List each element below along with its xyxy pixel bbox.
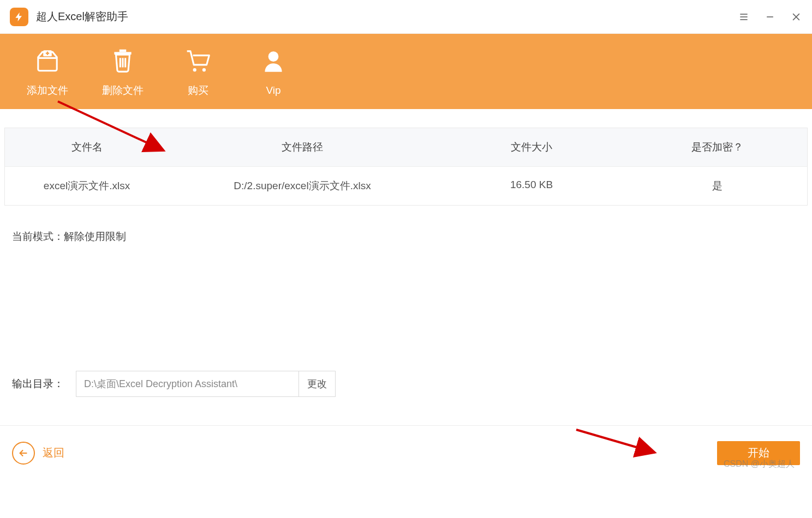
th-path: 文件路径 [169, 128, 436, 166]
th-size: 文件大小 [436, 128, 627, 166]
footer: 返回 开始 [0, 425, 812, 480]
mode-label: 当前模式： [12, 231, 64, 242]
user-icon [258, 46, 289, 77]
trash-icon [108, 45, 138, 76]
toolbar: 添加文件 删除文件 购买 Vip [0, 34, 812, 109]
bolt-icon [14, 11, 25, 22]
td-path: D:/2.super/excel演示文件.xlsx [169, 167, 436, 205]
back-circle [12, 442, 35, 465]
window-controls [738, 11, 802, 23]
td-encrypted: 是 [627, 167, 807, 205]
minimize-button[interactable] [764, 11, 776, 23]
th-name: 文件名 [5, 128, 169, 166]
file-table: 文件名 文件路径 文件大小 是否加密？ excel演示文件.xlsx D:/2.… [4, 128, 808, 206]
add-file-label: 添加文件 [27, 83, 68, 98]
cart-icon [183, 45, 213, 76]
menu-button[interactable] [738, 11, 750, 23]
watermark: CSDN @小奥超人 [724, 459, 795, 470]
buy-label: 购买 [188, 83, 208, 98]
svg-rect-11 [120, 50, 127, 52]
table-header: 文件名 文件路径 文件大小 是否加密？ [5, 128, 807, 167]
td-size: 16.50 KB [436, 167, 627, 205]
table-row[interactable]: excel演示文件.xlsx D:/2.super/excel演示文件.xlsx… [5, 167, 807, 205]
mode-line: 当前模式：解除使用限制 [12, 230, 808, 244]
buy-button[interactable]: 购买 [174, 45, 223, 98]
td-name: excel演示文件.xlsx [5, 167, 169, 205]
content-area: 文件名 文件路径 文件大小 是否加密？ excel演示文件.xlsx D:/2.… [0, 109, 812, 244]
add-file-button[interactable]: 添加文件 [23, 45, 72, 98]
svg-point-16 [202, 68, 206, 71]
svg-point-15 [193, 68, 196, 71]
arrow-left-icon [17, 447, 29, 459]
mode-value: 解除使用限制 [64, 231, 126, 242]
add-file-icon [32, 45, 63, 76]
app-logo [10, 8, 28, 26]
output-row: 输出目录： 更改 [12, 371, 336, 397]
delete-file-button[interactable]: 删除文件 [98, 45, 147, 98]
hamburger-icon [738, 11, 749, 22]
svg-rect-10 [114, 52, 131, 55]
back-label: 返回 [43, 445, 64, 460]
output-label: 输出目录： [12, 377, 64, 391]
close-icon [791, 11, 802, 22]
output-field: 更改 [76, 371, 336, 397]
change-dir-button[interactable]: 更改 [298, 371, 336, 397]
minimize-icon [765, 11, 775, 22]
close-button[interactable] [790, 11, 802, 23]
app-title: 超人Excel解密助手 [36, 9, 128, 24]
vip-label: Vip [266, 85, 280, 97]
vip-button[interactable]: Vip [249, 46, 298, 97]
back-button[interactable]: 返回 [12, 442, 64, 465]
th-encrypted: 是否加密？ [627, 128, 807, 166]
delete-file-label: 删除文件 [102, 83, 144, 98]
titlebar: 超人Excel解密助手 [0, 0, 812, 34]
svg-point-17 [268, 51, 279, 62]
output-path-input[interactable] [76, 371, 298, 397]
